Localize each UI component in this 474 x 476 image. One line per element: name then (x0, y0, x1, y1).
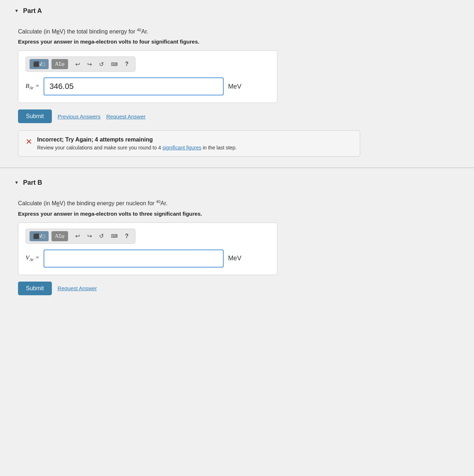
part-a-feedback-before: Review your calculations and make sure y… (37, 145, 162, 151)
part-a-input-row: BAr = MeV (26, 77, 270, 95)
section-divider (0, 167, 474, 168)
part-a-help-btn[interactable]: ? (122, 59, 131, 69)
part-a-redo-btn[interactable]: ↪ (84, 59, 95, 69)
part-a-actions: Submit Previous Answers Request Answer (14, 109, 460, 123)
part-a-feedback-content: Incorrect; Try Again; 4 attempts remaini… (37, 136, 237, 151)
part-a-feedback-detail: Review your calculations and make sure y… (37, 145, 237, 151)
part-a-feedback-box: ✕ Incorrect; Try Again; 4 attempts remai… (18, 130, 360, 157)
part-b-help-btn[interactable]: ? (122, 232, 131, 241)
part-b-reset-btn[interactable]: ↺ (96, 231, 107, 241)
part-a-question: Calculate (in MeV) the total binding ene… (14, 28, 460, 35)
part-a-keyboard-btn[interactable]: ⌨ (108, 60, 121, 68)
part-b-answer-input[interactable] (44, 250, 224, 268)
part-a-feedback-icon: ✕ (26, 137, 32, 147)
part-a-math-btn-group: ⬛√□ (30, 59, 49, 69)
part-a-greek-btn[interactable]: ΑΣφ (52, 59, 68, 69)
part-a-instruction: Express your answer in mega-electron vol… (14, 39, 460, 45)
part-b-title: Part B (23, 179, 42, 187)
part-b-toolbar: ⬛√□ ΑΣφ ↩ ↪ ↺ ⌨ ? (26, 229, 135, 244)
part-b-chevron[interactable]: ▼ (14, 180, 19, 185)
part-a-previous-answers-link[interactable]: Previous Answers (58, 113, 100, 120)
part-a-significant-figures-link[interactable]: significant figures (162, 145, 201, 151)
part-b-unit: MeV (228, 255, 241, 262)
part-b-greek-btn[interactable]: ΑΣφ (52, 231, 68, 241)
part-a-undo-btn[interactable]: ↩ (72, 59, 83, 69)
part-b-keyboard-btn[interactable]: ⌨ (108, 232, 121, 240)
part-a-var-label: BAr = (26, 82, 39, 91)
part-b-var-label: VAr = (26, 254, 39, 262)
part-b-instruction: Express your answer in mega-electron vol… (14, 211, 460, 217)
part-a-answer-box: ⬛√□ ΑΣφ ↩ ↪ ↺ ⌨ ? BAr = MeV (18, 50, 277, 103)
part-a-answer-input[interactable] (44, 77, 224, 95)
part-a-reset-btn[interactable]: ↺ (96, 59, 107, 69)
part-b-submit-button[interactable]: Submit (18, 282, 52, 295)
part-b-redo-btn[interactable]: ↪ (84, 231, 95, 241)
part-b-undo-btn[interactable]: ↩ (72, 231, 83, 241)
part-b-question: Calculate (in MeV) the binding energy pe… (14, 199, 460, 207)
part-b-actions: Submit Request Answer (14, 282, 460, 295)
part-b-math-btn[interactable]: ⬛√□ (30, 231, 49, 241)
part-b-input-row: VAr = MeV (26, 250, 270, 268)
part-b-answer-box: ⬛√□ ΑΣφ ↩ ↪ ↺ ⌨ ? VAr = MeV (18, 223, 277, 275)
part-a-chevron[interactable]: ▼ (14, 8, 19, 14)
part-a-toolbar: ⬛√□ ΑΣφ ↩ ↪ ↺ ⌨ ? (26, 57, 135, 72)
part-a-unit: MeV (228, 83, 241, 90)
part-b-math-btn-group: ⬛√□ (30, 231, 49, 241)
part-a-title: Part A (23, 7, 42, 15)
part-b-request-answer-link[interactable]: Request Answer (58, 285, 97, 291)
part-a-feedback-after: in the last step. (201, 145, 237, 151)
part-a-math-btn[interactable]: ⬛√□ (30, 59, 49, 69)
part-a-request-answer-link[interactable]: Request Answer (106, 113, 146, 120)
part-a-submit-button[interactable]: Submit (18, 109, 52, 123)
part-a-feedback-title: Incorrect; Try Again; 4 attempts remaini… (37, 136, 237, 143)
